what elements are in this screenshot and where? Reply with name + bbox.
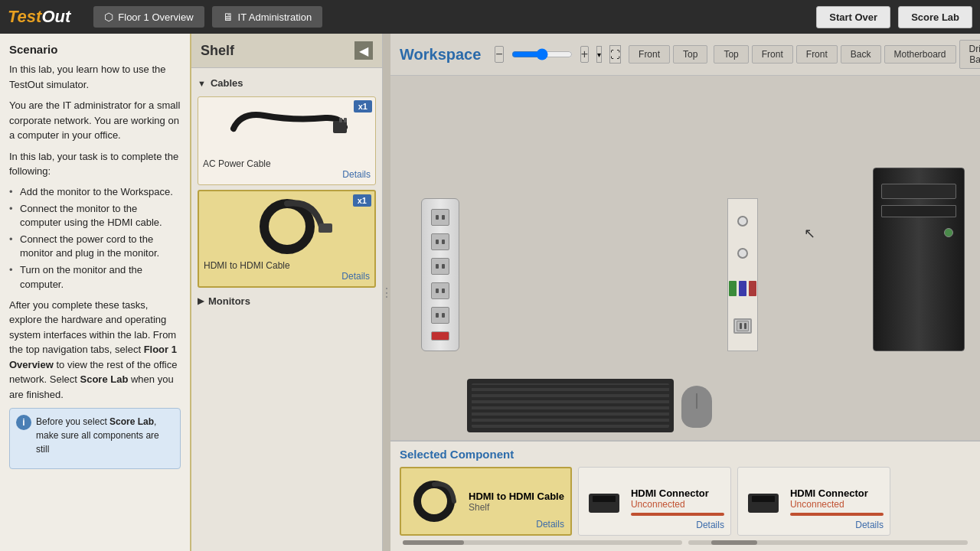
svg-rect-4 xyxy=(318,223,332,233)
scenario-para-3: In this lab, your task is to complete th… xyxy=(9,149,181,179)
app-logo: TestOut xyxy=(8,7,70,27)
hdmi-cable-card-name: HDMI to HDMI Cable xyxy=(469,491,564,502)
zoom-dropdown-button[interactable]: ▾ xyxy=(596,46,602,63)
monitors-label: Monitors xyxy=(208,295,250,307)
hdmi-connector-2-status-line xyxy=(790,513,884,516)
scenario-para-2: You are the IT administrator for a small… xyxy=(9,98,181,143)
svg-rect-0 xyxy=(333,121,347,133)
cables-label: Cables xyxy=(211,77,243,89)
zoom-slider[interactable] xyxy=(511,48,573,60)
zoom-in-button[interactable]: + xyxy=(580,46,589,63)
hdmi-connector-2-details[interactable]: Details xyxy=(855,520,884,530)
hdmi-cable-card-location: Shelf xyxy=(469,502,564,513)
hdmi-cable-card-details[interactable]: Details xyxy=(536,519,564,530)
hdmi-cable-item[interactable]: x1 HDMI to HDMI Cable Details xyxy=(198,190,376,288)
hdmi-connector-1-card[interactable]: HDMI Connector Unconnected Details xyxy=(578,467,731,536)
top-navigation: TestOut ⬡ Floor 1 Overview 🖥 IT Administ… xyxy=(0,0,980,34)
hdmi-connector-2-card[interactable]: HDMI Connector Unconnected Details xyxy=(737,467,890,536)
svg-rect-7 xyxy=(593,496,616,502)
ac-cable-details[interactable]: Details xyxy=(203,169,371,180)
hdmi-connector-1-status-line xyxy=(631,513,724,516)
colored-ports xyxy=(729,280,756,297)
hdmi-connector-1-info: HDMI Connector Unconnected xyxy=(631,487,724,516)
task-item: Connect the power cord to the monitor an… xyxy=(9,233,181,260)
tab-back[interactable]: Back xyxy=(841,45,881,64)
fullscreen-button[interactable]: ⛶ xyxy=(609,45,621,64)
scenario-panel: Scenario In this lab, you learn how to u… xyxy=(0,34,191,551)
outlet-1[interactable] xyxy=(431,209,449,226)
tab-top-1[interactable]: Top xyxy=(673,45,707,64)
info-box: i Before you select Score Lab, make sure… xyxy=(9,408,181,469)
wall-outlet[interactable] xyxy=(733,318,752,334)
info-icon: i xyxy=(16,415,31,430)
wall-plate[interactable] xyxy=(727,198,758,351)
hdmi-cable-badge: x1 xyxy=(353,194,371,207)
outlet-4[interactable] xyxy=(431,282,449,299)
hdmi-cable-details[interactable]: Details xyxy=(204,271,370,282)
hdmi-connector-1-image xyxy=(585,482,623,520)
shelf-collapse-button[interactable]: ◀ xyxy=(354,41,373,60)
workspace-tabs: Front Top Top Front Front Back Motherboa… xyxy=(629,40,980,69)
tab-top-2[interactable]: Top xyxy=(714,45,748,64)
tab-motherboard[interactable]: Motherboard xyxy=(884,45,956,64)
drive-bay-1 xyxy=(881,184,956,199)
selected-component-title: Selected Component xyxy=(400,448,971,461)
outlet-2[interactable] xyxy=(431,233,449,250)
svg-rect-1 xyxy=(339,118,342,122)
tab-drive-bays[interactable]: Drive Bays xyxy=(959,40,980,69)
scrollbar-area xyxy=(400,540,971,545)
svg-rect-9 xyxy=(752,496,775,502)
scrollbar-thumb-1[interactable] xyxy=(403,540,464,545)
score-lab-button[interactable]: Score Lab xyxy=(898,6,972,28)
task-item: Add the monitor to the Workspace. xyxy=(9,185,181,199)
tab-front-1[interactable]: Front xyxy=(629,45,670,64)
hdmi-cable-selected-card[interactable]: HDMI to HDMI Cable Shelf Details xyxy=(400,467,572,536)
outlet-3[interactable] xyxy=(431,258,449,275)
cables-category[interactable]: ▼ Cables xyxy=(198,74,376,92)
tower-pc[interactable] xyxy=(873,168,965,351)
mouse[interactable] xyxy=(681,386,712,428)
hdmi-connector-1-details[interactable]: Details xyxy=(696,520,724,530)
it-administration-button[interactable]: 🖥 IT Administration xyxy=(212,6,323,28)
scrollbar-thumb-2[interactable] xyxy=(711,540,757,545)
shelf-title: Shelf xyxy=(201,43,234,59)
main-layout: Scenario In this lab, you learn how to u… xyxy=(0,34,980,551)
ac-power-cable-item[interactable]: x1 AC Power Cable Details xyxy=(198,96,376,185)
workspace-title: Workspace xyxy=(400,46,481,64)
drive-bay-2 xyxy=(881,205,956,217)
info-box-text: Before you select Score Lab, make sure a… xyxy=(36,415,174,456)
hdmi-connector-2-status: Unconnected xyxy=(790,499,884,510)
port-circle-1[interactable] xyxy=(737,216,748,227)
monitors-arrow-icon: ▶ xyxy=(198,296,204,306)
port-circle-2[interactable] xyxy=(737,248,748,259)
monitor-icon: 🖥 xyxy=(223,11,234,23)
start-over-button[interactable]: Start Over xyxy=(816,6,890,28)
monitors-category[interactable]: ▶ Monitors xyxy=(198,292,376,310)
selected-component-panel: Selected Component HDMI to HDMI Cable Sh… xyxy=(390,440,980,551)
scenario-title: Scenario xyxy=(9,43,181,56)
outlet-5[interactable] xyxy=(431,307,449,324)
cursor: ↖ xyxy=(804,225,815,242)
shelf-header: Shelf ◀ xyxy=(191,34,382,68)
hdmi-cable-label: HDMI to HDMI Cable xyxy=(204,260,370,271)
ac-cable-image xyxy=(203,102,371,155)
power-strip[interactable] xyxy=(421,198,459,351)
power-button[interactable] xyxy=(944,228,953,237)
resize-handle[interactable]: ⋮ xyxy=(383,34,390,551)
workspace-view[interactable]: ↖ xyxy=(390,76,980,440)
task-item: Turn on the monitor and the computer. xyxy=(9,263,181,291)
svg-point-5 xyxy=(417,484,451,518)
scenario-after-text: After you complete these tasks, explore … xyxy=(9,298,181,403)
hdmi-cable-card-info: HDMI to HDMI Cable Shelf xyxy=(469,491,564,513)
tab-front-3[interactable]: Front xyxy=(796,45,838,64)
tab-front-2[interactable]: Front xyxy=(752,45,793,64)
hdmi-connector-1-status: Unconnected xyxy=(631,499,724,510)
hdmi-cable-card-image xyxy=(407,474,461,528)
shelf-content: ▼ Cables x1 AC Power Cable Details xyxy=(191,68,382,551)
shelf-panel: Shelf ◀ ▼ Cables x1 AC Po xyxy=(191,34,383,551)
task-list: Add the monitor to the Workspace. Connec… xyxy=(9,185,181,292)
svg-rect-2 xyxy=(344,118,347,122)
zoom-out-button[interactable]: − xyxy=(495,46,503,63)
keyboard[interactable] xyxy=(467,379,674,432)
floor-overview-button[interactable]: ⬡ Floor 1 Overview xyxy=(93,6,204,28)
